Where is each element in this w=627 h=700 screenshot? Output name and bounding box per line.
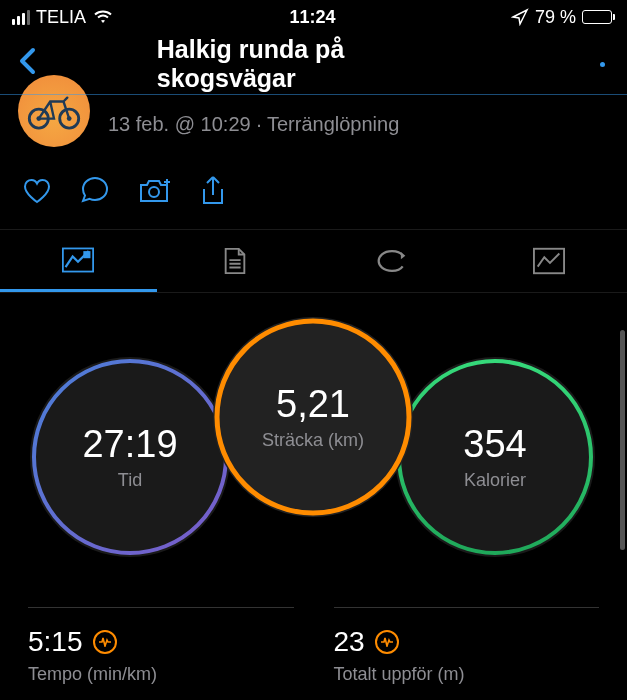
heart-icon [22, 178, 52, 204]
stat-pace[interactable]: 5:15 Tempo (min/km) [28, 607, 294, 685]
stat-pace-label: Tempo (min/km) [28, 664, 294, 685]
action-row [0, 157, 627, 230]
chart-icon [533, 247, 565, 275]
stat-ascent[interactable]: 23 Totalt uppför (m) [334, 607, 600, 685]
bicycle-icon [25, 92, 83, 130]
gauge-calories-value: 354 [463, 423, 526, 466]
tab-details[interactable] [157, 230, 314, 292]
pulse-icon [93, 630, 117, 654]
gauge-time-label: Tid [118, 470, 142, 491]
gauge-distance[interactable]: 5,21 Sträcka (km) [213, 317, 413, 517]
svg-point-4 [149, 187, 159, 197]
wifi-icon [92, 9, 114, 25]
comment-button[interactable] [80, 177, 110, 209]
divider [0, 94, 627, 95]
battery-label: 79 % [535, 7, 576, 28]
activity-meta: 13 feb. @ 10:29 · Terränglöpning [108, 113, 399, 136]
svg-rect-6 [84, 251, 91, 258]
like-button[interactable] [22, 178, 52, 208]
tabs [0, 230, 627, 293]
stat-ascent-label: Totalt uppför (m) [334, 664, 600, 685]
gauge-calories-label: Kalorier [464, 470, 526, 491]
share-button[interactable] [200, 175, 226, 211]
camera-button[interactable] [138, 177, 172, 209]
stats-row: 5:15 Tempo (min/km) 23 Totalt uppför (m) [0, 577, 627, 685]
scroll-indicator[interactable] [620, 330, 625, 550]
gauge-time[interactable]: 27:19 Tid [30, 357, 230, 557]
gauges: 27:19 Tid 5,21 Sträcka (km) 354 Kalorier [0, 317, 627, 577]
status-right: 79 % [511, 7, 615, 28]
stat-pace-value: 5:15 [28, 626, 83, 658]
tab-laps[interactable] [314, 230, 471, 292]
signal-icon [12, 10, 30, 25]
gauge-calories[interactable]: 354 Kalorier [395, 357, 595, 557]
activity-header: 13 feb. @ 10:29 · Terränglöpning [0, 95, 627, 157]
tab-chart[interactable] [470, 230, 627, 292]
status-time: 11:24 [289, 7, 335, 28]
stats-icon [62, 246, 94, 274]
status-left: TELIA [12, 7, 114, 28]
tab-stats[interactable] [0, 230, 157, 292]
gauge-time-value: 27:19 [82, 423, 177, 466]
carrier-label: TELIA [36, 7, 86, 28]
back-button[interactable] [18, 46, 36, 83]
document-icon [219, 247, 251, 275]
comment-icon [80, 177, 110, 205]
more-dots-icon [600, 62, 605, 67]
nav-bar: Halkig runda på skogsvägar [0, 34, 627, 94]
stat-ascent-value: 23 [334, 626, 365, 658]
camera-plus-icon [138, 177, 172, 205]
gauge-distance-label: Sträcka (km) [262, 430, 364, 451]
page-title: Halkig runda på skogsvägar [157, 35, 471, 93]
pulse-icon [375, 630, 399, 654]
more-button[interactable] [600, 62, 605, 67]
gauge-distance-value: 5,21 [276, 383, 350, 426]
share-icon [200, 175, 226, 207]
location-icon [511, 8, 529, 26]
battery-icon [582, 10, 615, 24]
status-bar: TELIA 11:24 79 % [0, 0, 627, 34]
lap-icon [376, 247, 408, 275]
chevron-left-icon [18, 47, 36, 75]
